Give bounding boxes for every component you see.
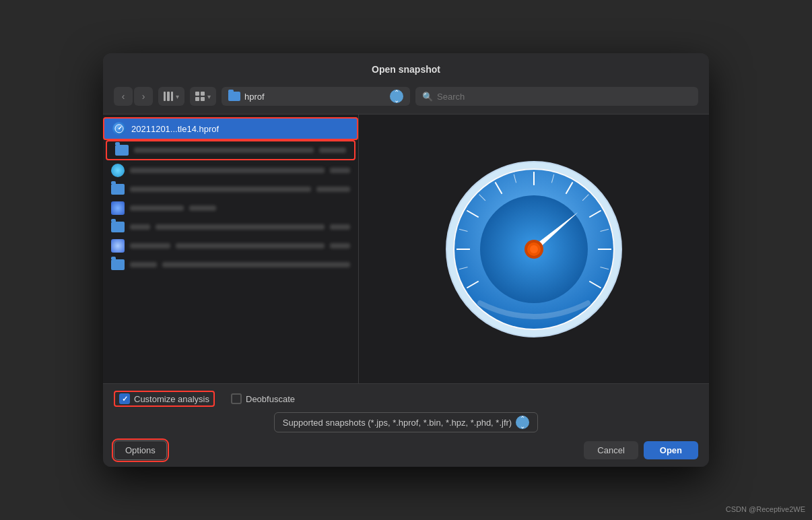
dialog-title: Open snapshot [103,53,709,82]
speedometer-preview [440,155,628,344]
svg-point-28 [530,245,538,253]
backdrop: Open snapshot ‹ › ▾ [0,0,812,520]
speedometer-mini-icon [114,124,124,133]
toolbar: ‹ › ▾ ▾ hprof ⌃⌄ [103,82,709,114]
deobfuscate-group[interactable]: Deobfuscate [231,393,295,404]
title-text: Open snapshot [372,64,440,75]
right-buttons: Cancel Open [584,441,698,459]
file-name-blurred [130,224,150,230]
location-chevron-icon: ⌃⌄ [390,90,403,103]
filter-chevron-icon: ⌃⌄ [516,416,529,429]
file-name-blurred [134,148,314,153]
back-button[interactable]: ‹ [114,87,133,106]
forward-button[interactable]: › [134,87,153,106]
nav-btn-group: ‹ › [114,87,153,106]
file-name-blurred2 [330,168,350,173]
open-button[interactable]: Open [644,441,698,459]
file-name-blurred [130,243,170,249]
chevron-down-icon: ▾ [176,93,179,100]
cancel-button[interactable]: Cancel [584,441,638,459]
folder-icon [228,92,240,101]
file-panel: 20211201...tle14.hprof [103,115,359,383]
file-name-blurred [130,168,325,173]
search-box[interactable]: 🔍 [415,87,698,106]
puzzle-icon [111,201,125,215]
file-name-blurred3 [330,224,350,230]
folder-icon [111,259,125,270]
hprof-file-icon [112,122,126,135]
bottom-bar: Customize analysis Deobfuscate Supported… [103,383,709,467]
file-name-blurred2 [156,224,325,230]
file-name-blurred2 [189,205,216,211]
back-icon: ‹ [122,91,125,102]
grid-icon [195,92,205,101]
customize-analysis-label: Customize analysis [134,394,209,404]
checkboxes-row: Customize analysis Deobfuscate [114,391,698,407]
list-item[interactable] [103,218,358,236]
plugin-icon [111,239,125,253]
file-name-blurred [130,262,157,267]
customize-analysis-group[interactable]: Customize analysis [114,391,215,407]
view-grid-button[interactable]: ▾ [190,87,216,106]
location-dropdown[interactable]: hprof ⌃⌄ [222,87,410,106]
columns-icon [164,92,173,101]
list-item[interactable] [103,160,358,181]
svg-point-2 [119,128,120,129]
search-icon: 🔍 [422,92,433,102]
deobfuscate-label: Deobfuscate [246,394,295,404]
file-name-blurred2 [316,187,350,192]
options-button[interactable]: Options [114,441,167,460]
location-label: hprof [244,92,386,102]
folder-icon [111,184,125,195]
cancel-label: Cancel [597,445,624,455]
deobfuscate-checkbox[interactable] [231,393,242,404]
view-columns-button[interactable]: ▾ [158,87,184,106]
watermark: CSDN @Receptive2WE [726,505,805,513]
watermark-text: CSDN @Receptive2WE [726,505,805,513]
file-list: 20211201...tle14.hprof [103,115,358,383]
forward-icon: › [142,91,145,102]
dialog-body: 20211201...tle14.hprof [103,114,709,383]
list-item[interactable] [103,198,358,218]
file-item-hprof[interactable]: 20211201...tle14.hprof [103,117,358,140]
speedometer-svg [440,155,628,344]
options-label: Options [125,445,156,455]
chevron-down-icon: ▾ [207,93,211,100]
file-name-blurred [130,205,184,211]
customize-analysis-checkbox[interactable] [119,393,130,404]
file-name-blurred2 [162,262,350,267]
filter-row: Supported snapshots (*.jps, *.hprof, *.b… [114,412,698,432]
filter-label: Supported snapshots (*.jps, *.hprof, *.b… [283,418,512,428]
file-name: 20211201...tle14.hprof [131,124,219,134]
list-item[interactable] [103,181,358,198]
list-item[interactable] [103,236,358,256]
open-label: Open [660,445,682,455]
preview-panel [359,115,709,383]
search-input[interactable] [437,92,691,102]
dialog: Open snapshot ‹ › ▾ [103,53,709,467]
file-name-blurred3 [330,243,350,249]
filter-dropdown[interactable]: Supported snapshots (*.jps, *.hprof, *.b… [274,412,538,432]
file-name-blurred2 [319,148,346,153]
snowflake-icon [111,164,125,177]
file-name-blurred [130,187,311,192]
file-name-blurred2 [176,243,325,249]
list-item[interactable] [103,256,358,273]
list-item[interactable] [106,140,356,160]
folder-icon [111,222,125,232]
action-row: Options Cancel Open [114,438,698,460]
folder-icon [115,145,129,156]
